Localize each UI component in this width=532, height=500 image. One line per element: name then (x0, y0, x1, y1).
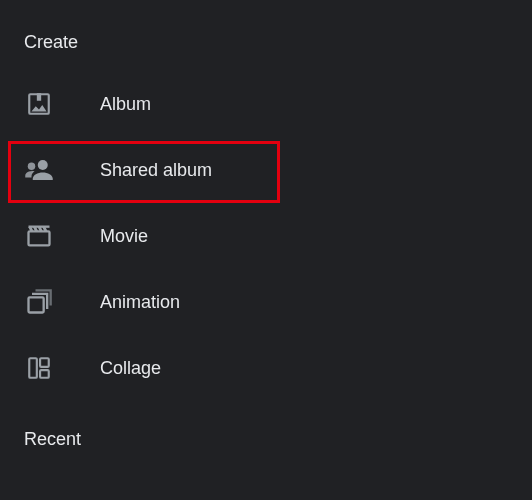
menu-item-animation[interactable]: Animation (0, 269, 532, 335)
collage-icon (22, 351, 56, 385)
movie-icon (22, 219, 56, 253)
shared-album-icon (22, 153, 56, 187)
svg-rect-9 (40, 370, 49, 378)
svg-rect-7 (29, 358, 37, 378)
svg-rect-1 (37, 93, 41, 101)
svg-rect-6 (29, 297, 44, 312)
menu-item-shared-album[interactable]: Shared album (0, 137, 532, 203)
menu-item-label: Album (56, 94, 151, 115)
menu-item-album[interactable]: Album (0, 71, 532, 137)
animation-icon (22, 285, 56, 319)
menu-item-movie[interactable]: Movie (0, 203, 532, 269)
svg-rect-4 (29, 231, 50, 245)
svg-point-2 (38, 160, 48, 170)
section-recent-header: Recent (0, 401, 532, 468)
svg-rect-8 (40, 358, 49, 367)
menu-item-label: Movie (56, 226, 148, 247)
menu-item-label: Animation (56, 292, 180, 313)
menu-item-label: Shared album (56, 160, 212, 181)
svg-point-3 (28, 163, 36, 171)
create-menu: Album Shared album Movie (0, 71, 532, 401)
album-icon (22, 87, 56, 121)
menu-item-collage[interactable]: Collage (0, 335, 532, 401)
section-create-header: Create (0, 0, 532, 71)
menu-item-label: Collage (56, 358, 161, 379)
